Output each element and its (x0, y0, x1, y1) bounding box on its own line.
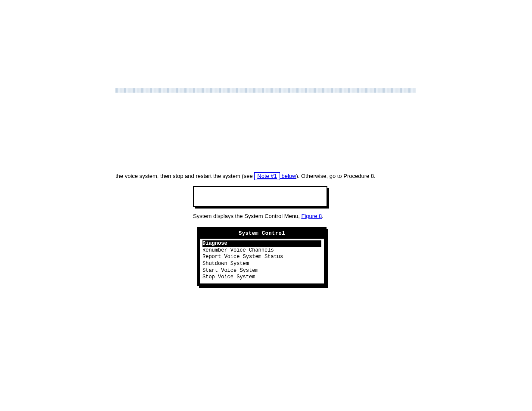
instruction-paragraph: the voice system, then stop and restart … (115, 172, 416, 180)
menu-body: DiagnoseRenumber Voice ChannelsReport Vo… (200, 239, 324, 283)
menu-title: System Control (200, 230, 324, 239)
note-link-suffix[interactable]: below (280, 173, 296, 179)
section-divider (115, 294, 416, 294)
console-output-box (193, 186, 327, 207)
menu-item[interactable]: Stop Voice System (202, 274, 321, 281)
menu-item[interactable]: Report Voice System Status (202, 254, 321, 261)
menu-item[interactable]: Diagnose (202, 240, 321, 247)
menu-item[interactable]: Renumber Voice Channels (202, 247, 321, 254)
figure-reference: System displays the System Control Menu,… (193, 213, 416, 219)
figure-link[interactable]: Figure 8 (301, 213, 322, 219)
note-link[interactable]: Note #1 (254, 172, 280, 180)
paragraph-post: ). Otherwise, go to Procedure 8. (296, 173, 375, 179)
menu-item[interactable]: Shutdown System (202, 261, 321, 268)
ornament-band (115, 88, 416, 93)
figure-ref-text: System displays the System Control Menu, (193, 213, 301, 219)
menu-item[interactable]: Start Voice System (202, 268, 321, 274)
figure-ref-suffix: . (322, 213, 324, 219)
system-control-menu: System Control DiagnoseRenumber Voice Ch… (197, 227, 327, 286)
paragraph-pre: the voice system, then stop and restart … (115, 173, 254, 179)
